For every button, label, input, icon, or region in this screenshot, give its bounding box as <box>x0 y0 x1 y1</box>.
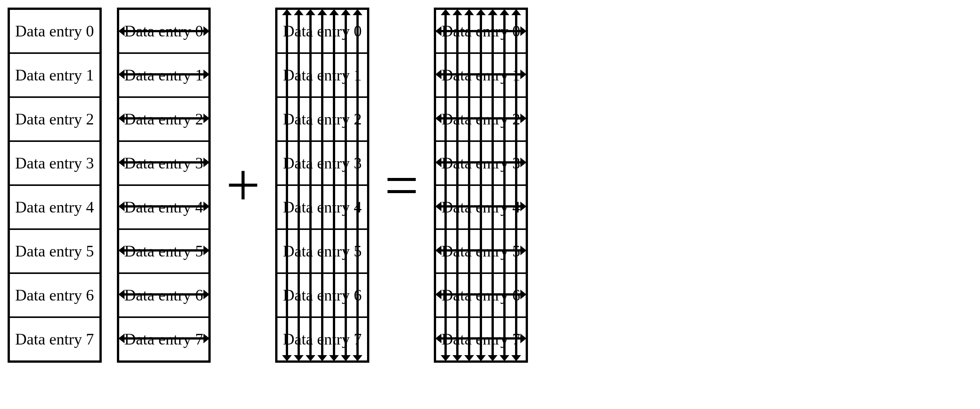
array-row: Data entry 6 <box>119 272 209 317</box>
array-row: Data entry 1 <box>10 53 99 96</box>
equals-operator: = <box>385 155 418 215</box>
array-row: Data entry 4 <box>277 185 367 228</box>
array-row: Data entry 3 <box>119 140 209 185</box>
column-vertical: Data entry 0 Data entry 1 Data entry 2 D… <box>275 8 369 363</box>
array-box-vertical: Data entry 0 Data entry 1 Data entry 2 D… <box>275 8 369 363</box>
array-row: Data entry 5 <box>119 228 209 272</box>
array-row: Data entry 2 <box>436 96 526 140</box>
array-row: Data entry 2 <box>277 96 367 140</box>
array-row: Data entry 4 <box>119 185 209 228</box>
array-row: Data entry 5 <box>10 228 99 272</box>
array-row: Data entry 4 <box>436 185 526 228</box>
column-both: Data entry 0 Data entry 1 Data entry 2 D… <box>434 8 528 363</box>
array-row: Data entry 3 <box>436 140 526 185</box>
array-row: Data entry 0 <box>119 10 209 53</box>
array-row: Data entry 6 <box>10 272 99 317</box>
array-row: Data entry 1 <box>436 53 526 96</box>
array-row: Data entry 0 <box>436 10 526 53</box>
array-row: Data entry 1 <box>277 53 367 96</box>
array-row: Data entry 0 <box>10 10 99 53</box>
array-row: Data entry 3 <box>10 140 99 185</box>
array-row: Data entry 3 <box>277 140 367 185</box>
array-row: Data entry 4 <box>10 185 99 228</box>
plus-operator: + <box>226 155 260 215</box>
array-row: Data entry 2 <box>10 96 99 140</box>
array-box-horizontal: Data entry 0 Data entry 1 Data entry 2 D… <box>117 8 211 363</box>
array-row: Data entry 6 <box>277 272 367 317</box>
diagram-stage: Data entry 0 Data entry 1 Data entry 2 D… <box>0 0 980 370</box>
array-row: Data entry 1 <box>119 53 209 96</box>
array-row: Data entry 6 <box>436 272 526 317</box>
array-row: Data entry 5 <box>277 228 367 272</box>
array-row: Data entry 5 <box>436 228 526 272</box>
array-box-both: Data entry 0 Data entry 1 Data entry 2 D… <box>434 8 528 363</box>
array-row: Data entry 0 <box>277 10 367 53</box>
column-horizontal: Data entry 0 Data entry 1 Data entry 2 D… <box>117 8 211 363</box>
array-box-plain: Data entry 0 Data entry 1 Data entry 2 D… <box>8 8 102 363</box>
array-row: Data entry 7 <box>119 317 209 360</box>
array-row: Data entry 2 <box>119 96 209 140</box>
column-plain: Data entry 0 Data entry 1 Data entry 2 D… <box>8 8 102 363</box>
array-row: Data entry 7 <box>10 317 99 360</box>
array-row: Data entry 7 <box>277 317 367 360</box>
array-row: Data entry 7 <box>436 317 526 360</box>
